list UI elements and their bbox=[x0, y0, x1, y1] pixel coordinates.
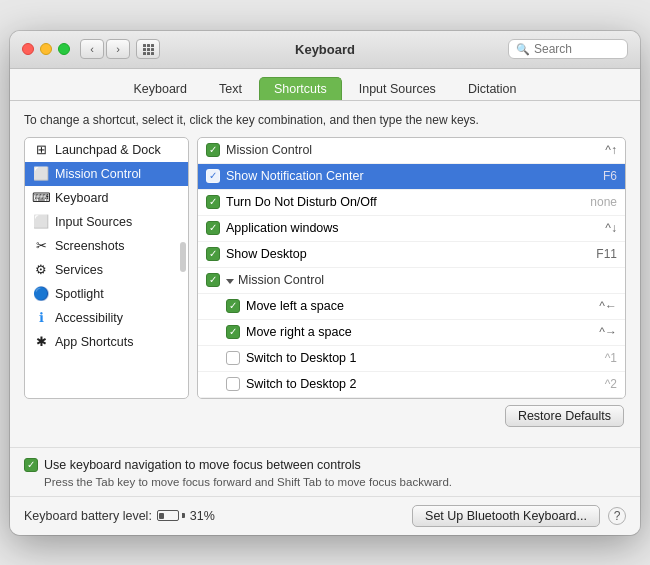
minimize-button[interactable] bbox=[40, 43, 52, 55]
mission-control-icon: ⬜ bbox=[33, 166, 49, 182]
shortcuts-table: Mission Control ^↑ Show Notification Cen… bbox=[197, 137, 626, 399]
nav-footer: Use keyboard navigation to move focus be… bbox=[10, 447, 640, 492]
search-box[interactable]: 🔍 bbox=[508, 39, 628, 59]
back-button[interactable]: ‹ bbox=[80, 39, 104, 59]
nav-checkbox[interactable] bbox=[24, 458, 38, 472]
bluetooth-button[interactable]: Set Up Bluetooth Keyboard... bbox=[412, 505, 600, 527]
grid-button[interactable] bbox=[136, 39, 160, 59]
sidebar-item-app-shortcuts[interactable]: ✱ App Shortcuts bbox=[25, 330, 188, 354]
battery-area: Keyboard battery level: 31% bbox=[24, 509, 215, 523]
sidebar-label-input-sources: Input Sources bbox=[55, 215, 132, 229]
table-row[interactable]: Show Notification Center F6 bbox=[198, 164, 625, 190]
input-sources-icon: ⬜ bbox=[33, 214, 49, 230]
battery-body bbox=[157, 510, 179, 521]
main-area: ⊞ Launchpad & Dock ⬜ Mission Control ⌨ K… bbox=[24, 137, 626, 399]
sidebar-item-mission-control[interactable]: ⬜ Mission Control bbox=[25, 162, 188, 186]
table-row[interactable]: Switch to Desktop 1 ^1 bbox=[198, 346, 625, 372]
row-label: Switch to Desktop 2 bbox=[246, 377, 605, 391]
content: To change a shortcut, select it, click t… bbox=[10, 101, 640, 437]
row-shortcut: ^→ bbox=[599, 325, 617, 339]
tab-dictation[interactable]: Dictation bbox=[453, 77, 532, 100]
checkbox-show-notification[interactable] bbox=[206, 169, 220, 183]
table-row[interactable]: Application windows ^↓ bbox=[198, 216, 625, 242]
tab-text[interactable]: Text bbox=[204, 77, 257, 100]
row-label: Show Desktop bbox=[226, 247, 596, 261]
launchpad-icon: ⊞ bbox=[33, 142, 49, 158]
scrollbar[interactable] bbox=[180, 242, 186, 272]
help-button[interactable]: ? bbox=[608, 507, 626, 525]
tab-input-sources[interactable]: Input Sources bbox=[344, 77, 451, 100]
row-shortcut: ^↑ bbox=[605, 143, 617, 157]
row-shortcut: ^↓ bbox=[605, 221, 617, 235]
app-shortcuts-icon: ✱ bbox=[33, 334, 49, 350]
tabs: Keyboard Text Shortcuts Input Sources Di… bbox=[10, 69, 640, 101]
checkbox-app-windows[interactable] bbox=[206, 221, 220, 235]
battery-icon bbox=[157, 510, 185, 521]
checkbox-mission-control-header[interactable] bbox=[206, 143, 220, 157]
row-label: Turn Do Not Disturb On/Off bbox=[226, 195, 590, 209]
checkbox-move-right[interactable] bbox=[226, 325, 240, 339]
nav-hint: Press the Tab key to move focus forward … bbox=[44, 476, 626, 488]
tab-keyboard[interactable]: Keyboard bbox=[118, 77, 202, 100]
sidebar-label-screenshots: Screenshots bbox=[55, 239, 124, 253]
search-icon: 🔍 bbox=[516, 43, 530, 56]
sidebar-item-accessibility[interactable]: ℹ Accessibility bbox=[25, 306, 188, 330]
nav-arrows: ‹ › bbox=[80, 39, 130, 59]
checkbox-mission-control-sub[interactable] bbox=[206, 273, 220, 287]
battery-percent: 31% bbox=[190, 509, 215, 523]
table-row[interactable]: Turn Do Not Disturb On/Off none bbox=[198, 190, 625, 216]
sidebar-item-screenshots[interactable]: ✂ Screenshots bbox=[25, 234, 188, 258]
sidebar-item-services[interactable]: ⚙ Services bbox=[25, 258, 188, 282]
table-row[interactable]: Move left a space ^← bbox=[198, 294, 625, 320]
table-row[interactable]: Mission Control bbox=[198, 268, 625, 294]
row-label: Application windows bbox=[226, 221, 605, 235]
checkbox-dnd[interactable] bbox=[206, 195, 220, 209]
checkbox-show-desktop[interactable] bbox=[206, 247, 220, 261]
traffic-lights bbox=[22, 43, 70, 55]
nav-checkbox-row: Use keyboard navigation to move focus be… bbox=[24, 458, 626, 472]
row-label: Show Notification Center bbox=[226, 169, 603, 183]
battery-tip bbox=[182, 513, 185, 518]
sidebar-label-app-shortcuts: App Shortcuts bbox=[55, 335, 134, 349]
row-label: Move right a space bbox=[246, 325, 599, 339]
row-shortcut: ^2 bbox=[605, 377, 617, 391]
spotlight-icon: 🔵 bbox=[33, 286, 49, 302]
close-button[interactable] bbox=[22, 43, 34, 55]
row-label: Mission Control bbox=[226, 143, 605, 157]
row-shortcut: F6 bbox=[603, 169, 617, 183]
titlebar: ‹ › Keyboard 🔍 bbox=[10, 31, 640, 69]
sidebar-item-input-sources[interactable]: ⬜ Input Sources bbox=[25, 210, 188, 234]
bottom-bar: Restore Defaults bbox=[24, 405, 626, 427]
forward-button[interactable]: › bbox=[106, 39, 130, 59]
checkbox-switch-2[interactable] bbox=[226, 377, 240, 391]
window: ‹ › Keyboard 🔍 Keyboard Text Shortcuts I… bbox=[10, 31, 640, 535]
sidebar-item-spotlight[interactable]: 🔵 Spotlight bbox=[25, 282, 188, 306]
sidebar-label-launchpad: Launchpad & Dock bbox=[55, 143, 161, 157]
sidebar-label-accessibility: Accessibility bbox=[55, 311, 123, 325]
sidebar-item-launchpad[interactable]: ⊞ Launchpad & Dock bbox=[25, 138, 188, 162]
battery-label: Keyboard battery level: bbox=[24, 509, 152, 523]
row-shortcut: F11 bbox=[596, 247, 617, 261]
sidebar-label-keyboard: Keyboard bbox=[55, 191, 109, 205]
table-row[interactable]: Move right a space ^→ bbox=[198, 320, 625, 346]
window-title: Keyboard bbox=[295, 42, 355, 57]
sidebar-item-keyboard[interactable]: ⌨ Keyboard bbox=[25, 186, 188, 210]
search-input[interactable] bbox=[534, 42, 624, 56]
status-bar: Keyboard battery level: 31% Set Up Bluet… bbox=[10, 496, 640, 535]
maximize-button[interactable] bbox=[58, 43, 70, 55]
restore-defaults-button[interactable]: Restore Defaults bbox=[505, 405, 624, 427]
grid-icon bbox=[143, 44, 154, 55]
sidebar-label-services: Services bbox=[55, 263, 103, 277]
row-shortcut: ^1 bbox=[605, 351, 617, 365]
table-row[interactable]: Switch to Desktop 2 ^2 bbox=[198, 372, 625, 398]
table-row[interactable]: Show Desktop F11 bbox=[198, 242, 625, 268]
hint-text: To change a shortcut, select it, click t… bbox=[24, 113, 626, 127]
checkbox-switch-1[interactable] bbox=[226, 351, 240, 365]
tab-shortcuts[interactable]: Shortcuts bbox=[259, 77, 342, 100]
table-row[interactable]: Mission Control ^↑ bbox=[198, 138, 625, 164]
sidebar: ⊞ Launchpad & Dock ⬜ Mission Control ⌨ K… bbox=[24, 137, 189, 399]
nav-checkbox-label: Use keyboard navigation to move focus be… bbox=[44, 458, 361, 472]
checkbox-move-left[interactable] bbox=[226, 299, 240, 313]
row-shortcut: none bbox=[590, 195, 617, 209]
sidebar-label-spotlight: Spotlight bbox=[55, 287, 104, 301]
